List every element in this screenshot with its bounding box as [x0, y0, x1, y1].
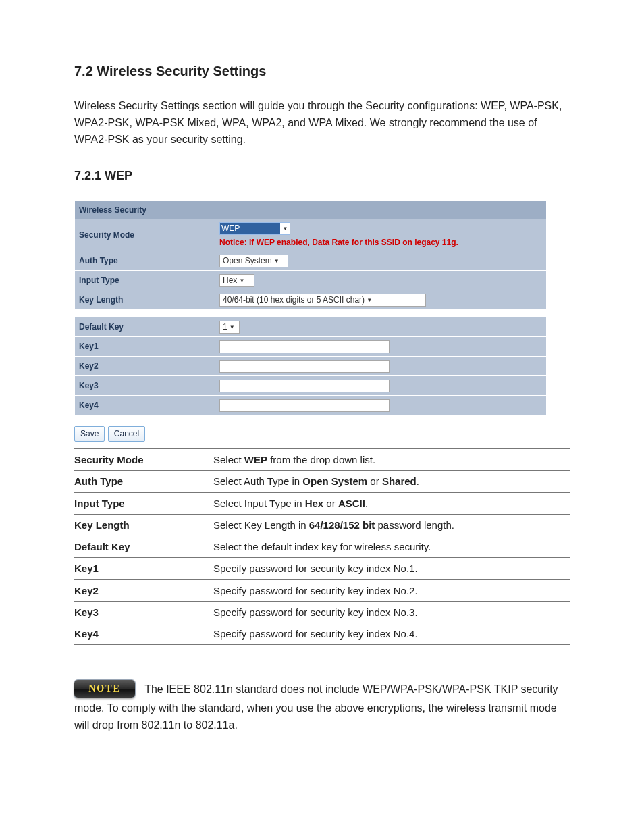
key1-input[interactable] [219, 340, 390, 353]
default-key-select[interactable]: 1▼ [219, 321, 240, 334]
table-row: Input TypeSelect Input Type in Hex or AS… [74, 492, 570, 514]
parameter-description-table: Security ModeSelect WEP from the drop do… [74, 448, 570, 645]
desc-term: Key1 [74, 558, 213, 579]
chevron-down-icon: ▼ [365, 294, 374, 306]
input-type-label: Input Type [75, 271, 215, 290]
table-row: Key LengthSelect Key Length in 64/128/15… [74, 514, 570, 536]
security-mode-notice: Notice: If WEP enabled, Data Rate for th… [219, 236, 542, 249]
desc-term: Key2 [74, 579, 213, 601]
form-header: Wireless Security [75, 201, 547, 219]
note-text: The IEEE 802.11n standard does not inclu… [74, 683, 558, 731]
desc-definition: Specify password for security key index … [213, 601, 570, 623]
key2-label: Key2 [75, 357, 215, 376]
key4-input[interactable] [219, 399, 390, 412]
security-mode-label: Security Mode [75, 219, 215, 251]
auth-type-select[interactable]: Open System▼ [219, 255, 288, 267]
save-button[interactable]: Save [74, 426, 105, 442]
note-badge: NOTE [74, 680, 135, 698]
desc-definition: Select WEP from the drop down list. [213, 449, 570, 471]
table-row: Key2Specify password for security key in… [74, 579, 570, 601]
desc-term: Security Mode [74, 449, 213, 471]
wireless-security-form: Wireless Security Security Mode WEP▼ Not… [74, 201, 547, 415]
desc-term: Key Length [74, 514, 213, 536]
key3-input[interactable] [219, 380, 390, 392]
desc-term: Key3 [74, 601, 213, 623]
desc-term: Default Key [74, 536, 213, 558]
section-intro: Wireless Security Settings section will … [74, 98, 570, 148]
desc-definition: Specify password for security key index … [213, 558, 570, 579]
chevron-down-icon: ▼ [280, 223, 290, 234]
chevron-down-icon: ▼ [237, 275, 246, 286]
key4-label: Key4 [75, 396, 215, 415]
auth-type-label: Auth Type [75, 251, 215, 271]
desc-definition: Select Key Length in 64/128/152 bit pass… [213, 514, 570, 536]
key2-input[interactable] [219, 360, 390, 373]
key3-label: Key3 [75, 376, 215, 396]
desc-definition: Specify password for security key index … [213, 579, 570, 601]
desc-definition: Select Input Type in Hex or ASCII. [213, 492, 570, 514]
chevron-down-icon: ▼ [272, 255, 281, 267]
desc-definition: Select the default index key for wireles… [213, 536, 570, 558]
cancel-button[interactable]: Cancel [108, 426, 145, 442]
table-row: Key1Specify password for security key in… [74, 558, 570, 579]
default-key-label: Default Key [75, 317, 215, 337]
desc-term: Input Type [74, 492, 213, 514]
chevron-down-icon: ▼ [227, 321, 237, 333]
key1-label: Key1 [75, 337, 215, 357]
table-row: Default KeySelect the default index key … [74, 536, 570, 558]
table-row: Auth TypeSelect Auth Type in Open System… [74, 471, 570, 492]
input-type-select[interactable]: Hex▼ [219, 274, 254, 287]
note-block: NOTE The IEEE 802.11n standard does not … [74, 680, 570, 734]
key-length-select[interactable]: 40/64-bit (10 hex digits or 5 ASCII char… [219, 294, 426, 307]
desc-definition: Select Auth Type in Open System or Share… [213, 471, 570, 492]
security-mode-select[interactable]: WEP▼ [219, 222, 290, 235]
table-row: Key4Specify password for security key in… [74, 623, 570, 645]
desc-term: Auth Type [74, 471, 213, 492]
table-row: Security ModeSelect WEP from the drop do… [74, 449, 570, 471]
desc-definition: Specify password for security key index … [213, 623, 570, 645]
section-title: 7.2 Wireless Security Settings [74, 61, 570, 82]
key-length-label: Key Length [75, 290, 215, 310]
table-row: Key3Specify password for security key in… [74, 601, 570, 623]
subsection-title: 7.2.1 WEP [74, 167, 570, 186]
desc-term: Key4 [74, 623, 213, 645]
